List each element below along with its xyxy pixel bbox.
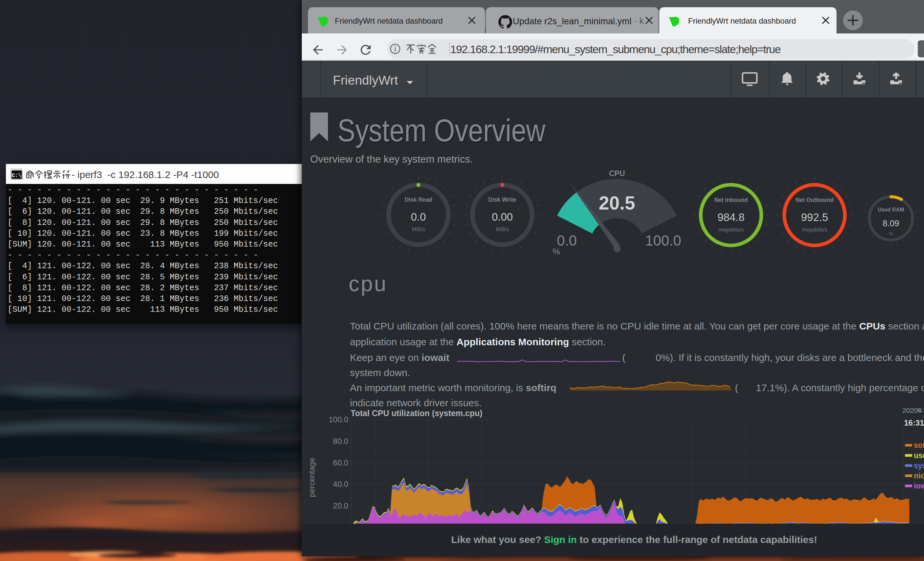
svg-text:Disk Read: Disk Read [405, 196, 432, 203]
svg-text:sys: sys [914, 461, 924, 470]
svg-text:Net Inbound: Net Inbound [714, 197, 748, 203]
svg-text:100.0: 100.0 [328, 415, 348, 424]
svg-text:60.0: 60.0 [333, 459, 348, 467]
svg-text:MiB/s: MiB/s [412, 227, 425, 232]
svg-text:Used RAM: Used RAM [878, 207, 904, 212]
svg-text:40.0: 40.0 [333, 480, 348, 489]
svg-text:100.0: 100.0 [645, 232, 681, 248]
svg-text:nice: nice [914, 471, 924, 480]
svg-text:0.00: 0.00 [492, 211, 513, 223]
svg-text:0.0: 0.0 [411, 211, 426, 223]
svg-text:Net Outbound: Net Outbound [795, 197, 834, 203]
svg-text:%: % [552, 247, 560, 256]
svg-text:C:\: C:\ [12, 173, 21, 179]
svg-text:8.09: 8.09 [883, 218, 899, 228]
svg-text:iow: iow [914, 482, 924, 490]
svg-text:percentage: percentage [308, 458, 316, 497]
svg-text:16:31:2: 16:31:2 [904, 418, 924, 427]
svg-text:Total CPU utilization (system.: Total CPU utilization (system.cpu) [351, 409, 482, 418]
svg-text:20.5: 20.5 [599, 193, 635, 214]
svg-text:992.5: 992.5 [801, 211, 828, 223]
svg-text:2020: 2020 [902, 406, 918, 414]
svg-text:%: % [889, 231, 893, 236]
svg-text:CPU: CPU [609, 169, 625, 178]
svg-text:984.8: 984.8 [718, 211, 745, 223]
svg-text:80.0: 80.0 [333, 437, 348, 445]
svg-text:use: use [914, 451, 924, 460]
svg-text:MiB/s: MiB/s [496, 227, 509, 232]
svg-text:20.0: 20.0 [333, 501, 348, 510]
svg-text:megabits/s: megabits/s [718, 227, 744, 232]
svg-text:megabits/s: megabits/s [802, 227, 827, 232]
svg-text:soft: soft [914, 441, 924, 450]
svg-text:0.0: 0.0 [557, 232, 577, 248]
svg-text:Disk Write: Disk Write [488, 196, 516, 203]
